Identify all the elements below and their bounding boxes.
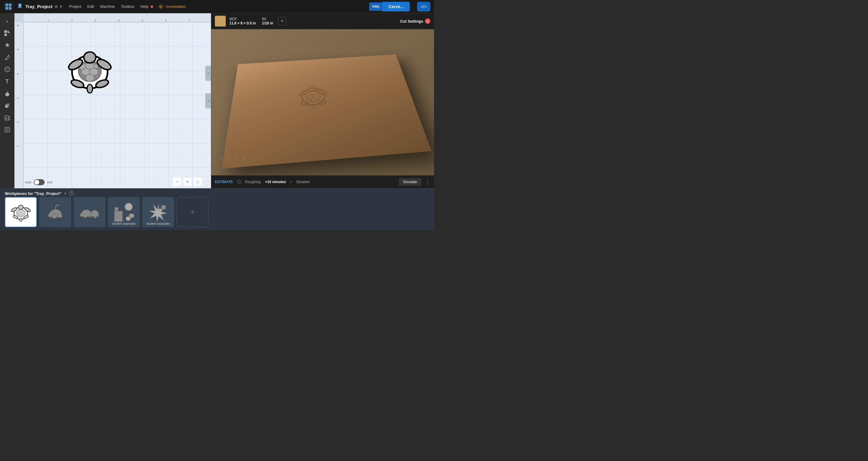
svg-marker-32 bbox=[86, 74, 94, 82]
apple-tool-button[interactable] bbox=[2, 88, 13, 99]
svg-rect-1 bbox=[9, 4, 11, 6]
canvas-area[interactable]: 1 2 3 4 5 6 7 6 5 4 3 2 1 bbox=[14, 13, 211, 188]
material-info: MDF 11.6 × 8 × 0.5 in bbox=[229, 17, 256, 25]
ruler-mark-4: 4 bbox=[118, 19, 120, 22]
workpiece-thumb-turtle[interactable] bbox=[5, 197, 37, 227]
workpieces-title: Workpieces for "Tray_Project" bbox=[5, 191, 61, 196]
nav-edit[interactable]: Edit bbox=[87, 4, 94, 9]
workpiece-thumb-rollerskate2[interactable] bbox=[73, 197, 105, 227]
axis-0: 0 bbox=[220, 157, 222, 160]
material-size: 11.6 × 8 × 0.5 in bbox=[229, 21, 256, 25]
roughing-time: <10 minutes bbox=[265, 180, 286, 184]
expand-right-button[interactable]: » bbox=[205, 66, 211, 81]
bit-info: Bit 1/16 in bbox=[262, 17, 273, 25]
add-workpiece-button[interactable]: + bbox=[177, 197, 209, 227]
canvas-grid[interactable] bbox=[24, 22, 211, 188]
workpieces-help-button[interactable]: ? bbox=[69, 191, 74, 196]
preview-footer: ESTIMATE i Roughing: <10 minutes ✓ Detai… bbox=[211, 175, 434, 188]
unit-toggle[interactable] bbox=[34, 179, 44, 185]
svg-point-65 bbox=[82, 216, 84, 219]
zoom-out-button[interactable]: − bbox=[173, 177, 181, 186]
svg-point-50 bbox=[301, 102, 310, 106]
workpieces-chevron-icon[interactable]: ∨ bbox=[64, 191, 67, 196]
ruler-mark-6: 6 bbox=[165, 19, 167, 22]
svg-point-62 bbox=[56, 217, 59, 220]
add-material-button[interactable]: + bbox=[278, 17, 286, 25]
workpieces-header: Workpieces for "Tray_Project" ∨ ? bbox=[0, 189, 434, 197]
ruler-mark-top-2: 2 bbox=[16, 121, 19, 123]
chevron-down-icon[interactable]: ▾ bbox=[60, 4, 62, 9]
svg-rect-69 bbox=[114, 211, 123, 222]
material-swatch bbox=[215, 16, 226, 27]
nav-machine[interactable]: Machine bbox=[100, 4, 115, 9]
3d-shape-tool-button[interactable] bbox=[2, 100, 13, 111]
turtle-design[interactable] bbox=[60, 40, 120, 101]
simulate-button[interactable]: Simulate bbox=[399, 178, 421, 186]
cut-settings-button[interactable]: Cut Settings ! bbox=[400, 19, 430, 24]
workpiece-thumb-student1[interactable]: student examples bbox=[108, 197, 140, 227]
pro-badge: PRO bbox=[369, 2, 382, 11]
svg-point-66 bbox=[87, 216, 89, 219]
axis-3: 3 bbox=[244, 157, 245, 160]
svg-rect-3 bbox=[9, 7, 11, 10]
svg-rect-0 bbox=[5, 4, 8, 6]
collapse-preview-button[interactable]: « bbox=[205, 93, 211, 108]
project-name-container: Tray_Project ☆ ▾ bbox=[18, 3, 62, 10]
svg-point-71 bbox=[125, 203, 133, 211]
estimate-label[interactable]: ESTIMATE bbox=[215, 180, 233, 184]
circle-tool-button[interactable] bbox=[2, 64, 13, 75]
svg-rect-10 bbox=[4, 30, 7, 33]
svg-marker-14 bbox=[8, 45, 9, 47]
workpiece-thumb-student2[interactable]: student examples bbox=[142, 197, 174, 227]
detailed-label: Detailed bbox=[296, 180, 310, 184]
more-options-button[interactable]: ⋮ bbox=[425, 179, 430, 185]
workpiece-label-student2: student examples bbox=[143, 222, 174, 225]
svg-point-68 bbox=[96, 216, 98, 219]
zoom-in-button[interactable]: + bbox=[183, 177, 192, 186]
svg-marker-45 bbox=[313, 94, 319, 99]
svg-point-67 bbox=[92, 216, 94, 219]
import-tool-button[interactable] bbox=[2, 112, 13, 123]
axis-1: 1 bbox=[228, 157, 230, 160]
svg-text:⚙: ⚙ bbox=[159, 5, 162, 8]
svg-rect-2 bbox=[5, 7, 8, 10]
ruler-mark-5: 5 bbox=[142, 19, 143, 22]
project-name: Tray_Project bbox=[25, 4, 53, 9]
nav-toolbox[interactable]: Toolbox bbox=[121, 4, 134, 9]
workpiece-thumb-rollerskate1[interactable] bbox=[39, 197, 71, 227]
code-button[interactable]: </> bbox=[417, 2, 430, 11]
carve-button[interactable]: Carve... bbox=[382, 2, 410, 11]
star-shape-tool-button[interactable] bbox=[2, 40, 13, 51]
nav-project[interactable]: Project bbox=[69, 4, 81, 9]
svg-point-61 bbox=[50, 217, 53, 220]
svg-point-40 bbox=[87, 84, 93, 93]
nav-help[interactable]: Help bbox=[141, 4, 153, 9]
collapse-sidebar-button[interactable]: ▲ bbox=[2, 16, 13, 27]
cut-settings-label: Cut Settings bbox=[400, 19, 423, 24]
svg-rect-23 bbox=[6, 104, 9, 107]
shapes-tool-button[interactable] bbox=[2, 28, 13, 39]
add-plus-icon: + bbox=[190, 207, 195, 217]
pen-tool-button[interactable] bbox=[2, 52, 13, 63]
preview-3d-view[interactable]: 0 1 2 3 0 bbox=[211, 29, 434, 175]
estimate-info-icon[interactable]: i bbox=[237, 180, 241, 184]
bit-size: 1/16 in bbox=[262, 21, 273, 25]
roughing-label: Roughing: bbox=[245, 180, 261, 184]
ruler-mark-top-3: 3 bbox=[16, 97, 19, 99]
star-icon[interactable]: ☆ bbox=[54, 4, 58, 9]
svg-marker-44 bbox=[307, 94, 313, 99]
zoom-home-button[interactable]: ⌂ bbox=[193, 177, 202, 186]
ruler-mark-2: 2 bbox=[71, 19, 73, 22]
text-tool-button[interactable]: T bbox=[2, 76, 13, 87]
preview-header: MDF 11.6 × 8 × 0.5 in Bit 1/16 in + Cut … bbox=[211, 13, 434, 29]
axis-y-label: 0 bbox=[214, 151, 216, 154]
svg-marker-13 bbox=[5, 42, 10, 47]
3d-view-tool-button[interactable] bbox=[2, 124, 13, 135]
unit-controls: inch mm bbox=[25, 179, 53, 185]
ruler-mark-top-5: 5 bbox=[16, 49, 19, 50]
board-turtle-preview bbox=[292, 79, 336, 110]
bit-label: Bit bbox=[262, 17, 273, 21]
svg-point-35 bbox=[84, 52, 96, 63]
main-layout: ▲ T 1 2 3 4 bbox=[0, 13, 434, 188]
inventables-button[interactable]: ⚙ Inventables bbox=[158, 4, 186, 10]
